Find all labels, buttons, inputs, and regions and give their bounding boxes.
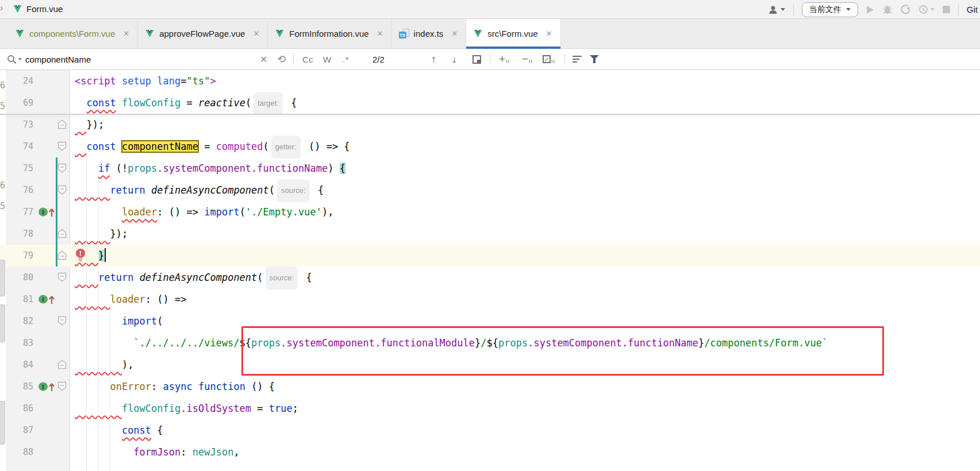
profiler-button[interactable] — [918, 5, 935, 14]
token: { — [340, 163, 345, 174]
select-all-occurrences-button[interactable]: ✓II — [543, 49, 555, 70]
line-number: 73 — [6, 114, 33, 136]
close-tab-icon[interactable]: ✕ — [377, 29, 383, 38]
regex-toggle[interactable]: .* — [343, 55, 349, 64]
stop-button[interactable] — [943, 6, 950, 13]
fold-marker-icon[interactable] — [57, 272, 67, 284]
fold-marker-icon[interactable] — [57, 185, 67, 197]
code-text[interactable]: formJson: newJson, — [75, 441, 240, 463]
token: : () => — [157, 206, 204, 218]
code-text[interactable]: const { — [75, 419, 163, 441]
token: const — [122, 424, 151, 436]
previous-match-button[interactable]: ↑ — [431, 53, 436, 65]
fold-marker-icon[interactable] — [57, 141, 67, 153]
code-text[interactable]: ), — [75, 354, 133, 376]
whole-words-toggle[interactable]: W — [323, 55, 332, 64]
close-tab-icon[interactable]: ✕ — [253, 29, 259, 38]
code-text[interactable]: const componentName = computed(getter: (… — [75, 136, 350, 157]
search-history-icon[interactable]: ⟲ — [277, 53, 286, 65]
vue-file-icon — [13, 5, 22, 14]
token: > — [210, 75, 216, 87]
clear-search-icon[interactable]: ✕ — [260, 54, 267, 65]
implemented-marker-icon[interactable]: I — [38, 207, 56, 220]
run-configuration-select[interactable]: 当前文件 — [802, 2, 858, 17]
editor-tab-src-form-vue[interactable]: src\Form.vue✕ — [466, 19, 560, 48]
token: = — [180, 75, 186, 87]
close-tab-icon[interactable]: ✕ — [451, 29, 458, 38]
run-button[interactable] — [866, 5, 874, 14]
close-tab-icon[interactable]: ✕ — [123, 29, 129, 38]
implemented-marker-icon[interactable]: I — [38, 294, 56, 307]
clipped-digit-artifact: 5 — [0, 201, 5, 211]
token: true — [269, 403, 293, 414]
fold-marker-icon[interactable] — [57, 229, 67, 241]
match-case-toggle[interactable]: Cc — [302, 55, 313, 64]
code-line-88: 88 formJson: newJson, — [0, 441, 980, 463]
token: } — [98, 250, 104, 261]
code-text[interactable]: <script setup lang="ts"> — [75, 70, 216, 92]
next-match-button[interactable]: ↓ — [452, 53, 457, 65]
token: ( — [269, 184, 275, 196]
line-number: 75 — [6, 157, 33, 179]
line-number: 78 — [6, 223, 33, 245]
remove-occurrence-button[interactable]: −II — [522, 49, 532, 70]
code-with-me-users-button[interactable] — [768, 5, 785, 14]
run-with-coverage-button[interactable] — [901, 5, 910, 14]
code-editor[interactable]: 24<script setup lang="ts">69 const flowC… — [0, 70, 980, 471]
fold-marker-icon[interactable] — [57, 163, 67, 175]
fold-marker-icon[interactable] — [57, 119, 67, 132]
close-tab-icon[interactable]: ✕ — [546, 29, 552, 38]
tab-label: FormInformation.vue — [289, 29, 368, 38]
code-text[interactable]: return defineAsyncComponent(source: { — [75, 267, 312, 288]
ide-window: › Form.vue 当前文件 — [0, 0, 980, 471]
code-text[interactable]: flowConfig.isOldSystem = true; — [75, 397, 298, 419]
editor-tab-approveflowpage-vue[interactable]: approveFlowPage.vue✕ — [138, 19, 268, 48]
open-in-find-window-button[interactable] — [472, 55, 481, 64]
code-text[interactable]: } — [75, 245, 106, 267]
editor-tab-forminformation-vue[interactable]: FormInformation.vue✕ — [268, 19, 391, 48]
code-text[interactable]: loader: () => import('./Empty.vue'), — [75, 201, 333, 223]
token: () => { — [303, 141, 350, 152]
filter-funnel-icon[interactable] — [590, 55, 599, 64]
filter-lines-button[interactable] — [572, 49, 582, 70]
token: async — [163, 381, 193, 392]
token: }); — [86, 119, 104, 130]
fold-marker-icon[interactable] — [57, 360, 67, 372]
fold-marker-icon[interactable] — [57, 381, 67, 393]
token: reactive — [198, 97, 245, 109]
editor-tab-index-ts[interactable]: TSindex.ts✕ — [392, 19, 467, 48]
code-text[interactable]: loader: () => — [75, 288, 187, 310]
search-field-icon-group[interactable] — [7, 49, 22, 70]
code-text[interactable]: onError: async function () { — [75, 376, 275, 397]
code-text[interactable]: const flowConfig = reactive(target: { — [75, 92, 297, 114]
line-number: 82 — [6, 310, 33, 332]
token: ( — [157, 315, 163, 327]
find-bar: componentName ✕ ⟲ Cc W .* 2/2 ↑ ↓ +II −I… — [0, 49, 980, 70]
git-menu[interactable]: Git — [967, 5, 978, 14]
match-count: 2/2 — [372, 55, 385, 64]
token — [75, 119, 86, 130]
fold-marker-icon[interactable] — [57, 250, 67, 262]
tab-label: index.ts — [414, 29, 444, 38]
code-text[interactable]: return defineAsyncComponent(source: { — [75, 179, 324, 201]
line-number: 77 — [6, 201, 33, 223]
search-input[interactable]: componentName — [25, 49, 91, 70]
debug-button[interactable] — [882, 5, 893, 14]
editor-tab-components-form-vue[interactable]: components\Form.vue✕ — [8, 19, 138, 48]
scrollbar-thumb-artifact — [0, 260, 5, 296]
token: { — [300, 272, 312, 283]
vue-file-icon — [275, 29, 285, 38]
implemented-marker-icon[interactable]: I — [38, 381, 56, 395]
code-line-79: 79! } — [0, 245, 980, 267]
code-line-77: 77I loader: () => import('./Empty.vue'), — [0, 201, 980, 223]
add-occurrence-button[interactable]: +II — [499, 49, 509, 70]
token: : () => — [145, 294, 187, 305]
code-text[interactable]: if (!props.systemComponent.functionName)… — [75, 157, 345, 179]
code-text[interactable]: }); — [75, 114, 104, 136]
token — [151, 75, 157, 87]
code-line-87: 87 const { — [0, 419, 980, 441]
code-text[interactable]: import( — [75, 310, 163, 332]
code-line-75: 75 if (!props.systemComponent.functionNa… — [0, 157, 980, 179]
fold-marker-icon[interactable] — [57, 316, 67, 328]
code-text[interactable]: }); — [75, 223, 128, 245]
